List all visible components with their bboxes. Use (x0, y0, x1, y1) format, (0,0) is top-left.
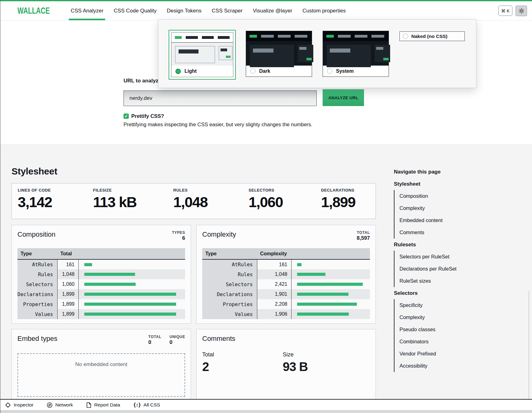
theme-label-system: System (336, 68, 354, 74)
table-row: Values1,899 (17, 309, 185, 319)
url-label: URL to analyze (124, 78, 161, 84)
row-value: 161 (257, 259, 291, 269)
table-row: Values1,906 (202, 309, 370, 319)
row-bar (78, 289, 185, 299)
toc-link[interactable]: Complexity (394, 202, 528, 214)
row-bar (291, 299, 370, 309)
theme-option-light[interactable]: Light (169, 30, 236, 80)
row-bar (291, 309, 370, 319)
theme-toggle-button[interactable] (516, 6, 527, 16)
command-palette-button[interactable]: ⌘ K (498, 6, 512, 16)
table-row: Properties1,899 (17, 299, 185, 309)
row-value: 2,208 (257, 299, 291, 309)
theme-label-light: Light (184, 68, 197, 74)
nav-css-scraper[interactable]: CSS Scraper (212, 1, 243, 20)
column-header-type: Type (202, 248, 257, 259)
composition-card: Composition TYPES 6 Type Total AtRules16… (12, 225, 191, 324)
complexity-table: Type Complexity AtRules161Rules1,048Sele… (202, 248, 370, 319)
embed-unique-stat: UNIQUE 0 (170, 335, 185, 346)
table-row: Declarations1,899 (17, 289, 185, 299)
toc-link[interactable]: RuleSet sizes (394, 275, 528, 287)
toc-link[interactable]: Pseudo classes (394, 323, 528, 336)
table-row: Properties2,208 (202, 299, 370, 309)
row-type: Selectors (202, 279, 257, 289)
radio-system[interactable] (327, 68, 332, 74)
row-type: Rules (17, 269, 57, 279)
row-bar (78, 259, 185, 269)
row-type: AtRules (202, 259, 257, 269)
stat-selectors: SELECTORS 1,060 (249, 188, 321, 219)
comments-size-stat: Size 93 B (283, 351, 363, 374)
composition-title: Composition (17, 230, 55, 239)
theme-label-dark: Dark (259, 68, 270, 74)
analyze-url-button[interactable]: ANALYZE URL (323, 89, 364, 106)
stat-filesize: FILESIZE 113 kB (93, 188, 173, 219)
row-value: 161 (57, 259, 78, 269)
row-bar (78, 269, 185, 279)
toc-link[interactable]: Specificity (394, 299, 528, 311)
row-bar (291, 259, 370, 269)
column-header-bar (78, 248, 185, 259)
row-type: Properties (202, 299, 257, 309)
tab-inspector[interactable]: Inspector (5, 402, 34, 408)
stylesheet-stats-panel: LINES OF CODE 3,142 FILESIZE 113 kB RULE… (12, 183, 376, 219)
table-row: Selectors2,421 (202, 279, 370, 289)
header-actions: ⌘ K (498, 6, 527, 16)
row-bar (291, 279, 370, 289)
wallace-logo[interactable]: WALLACE (17, 6, 50, 16)
theme-option-system[interactable]: System (323, 31, 389, 77)
toc-link[interactable]: Accessibility (394, 360, 528, 372)
page-title: Stylesheet (12, 166, 57, 177)
prettify-help-text: Prettifying makes inspecting the CSS eas… (124, 122, 312, 128)
nav-css-analyzer[interactable]: CSS Analyzer (71, 1, 103, 20)
toc-link[interactable]: Selectors per RuleSet (394, 251, 528, 263)
prettify-label: Prettify CSS? (131, 113, 164, 119)
tab-all-css[interactable]: {:} All CSS (133, 402, 160, 408)
toc-link[interactable]: Embedded content (394, 214, 528, 226)
row-value: 1,048 (57, 269, 78, 279)
app-window: WALLACE CSS Analyzer CSS Code Quality De… (0, 0, 532, 413)
nav-custom-properties[interactable]: Custom properties (302, 1, 346, 20)
stat-rules: RULES 1,048 (173, 188, 249, 219)
table-row: Rules1,048 (17, 269, 185, 279)
toc-link[interactable]: Composition (394, 190, 528, 202)
table-row: Declarations1,901 (202, 289, 370, 299)
toc-link[interactable]: Combinators (394, 336, 528, 348)
theme-option-naked[interactable]: Naked (no CSS) (399, 31, 465, 41)
row-bar (78, 279, 185, 289)
comments-title: Comments (202, 335, 235, 343)
window-bottom-edge (0, 410, 532, 413)
nav-design-tokens[interactable]: Design Tokens (167, 1, 201, 20)
stat-lines-of-code: LINES OF CODE 3,142 (18, 188, 93, 219)
toc-link[interactable]: Comments (394, 226, 528, 239)
toc-section-heading: Stylesheet (394, 178, 528, 190)
sun-icon (518, 8, 525, 14)
nav-visualize-layer[interactable]: Visualize @layer (253, 1, 292, 20)
embed-types-title: Embed types (17, 335, 57, 343)
radio-naked[interactable] (403, 34, 408, 39)
prettify-checkbox[interactable]: ✓ (124, 114, 129, 119)
nav-css-code-quality[interactable]: CSS Code Quality (114, 1, 156, 20)
tab-report-data[interactable]: Report Data (86, 402, 120, 408)
theme-option-dark[interactable]: Dark (246, 31, 312, 77)
row-value: 1,060 (57, 279, 78, 289)
toc-link[interactable]: Vendor Prefixed (394, 348, 528, 360)
row-type: Declarations (17, 289, 57, 299)
url-input[interactable] (124, 90, 317, 106)
page-scrollbar[interactable] (529, 291, 530, 413)
row-value: 1,899 (57, 289, 78, 299)
radio-dark[interactable] (250, 68, 255, 74)
inspector-icon (5, 402, 11, 408)
theme-picker-popover: Light Dark System (158, 19, 476, 88)
tab-network[interactable]: Network (47, 402, 73, 408)
theme-label-naked: Naked (no CSS) (411, 34, 447, 39)
radio-light[interactable] (175, 69, 181, 74)
row-value: 2,421 (257, 279, 291, 289)
toc-link[interactable]: Declarations per RuleSet (394, 263, 528, 275)
toc-title: Navigate this page (394, 166, 528, 178)
toc-link[interactable]: Complexity (394, 311, 528, 323)
stat-declarations: DECLARATIONS 1,899 (321, 188, 376, 219)
column-header-type: Type (17, 248, 57, 259)
row-type: Selectors (17, 279, 57, 289)
complexity-meta: TOTAL 8,597 (357, 230, 370, 241)
